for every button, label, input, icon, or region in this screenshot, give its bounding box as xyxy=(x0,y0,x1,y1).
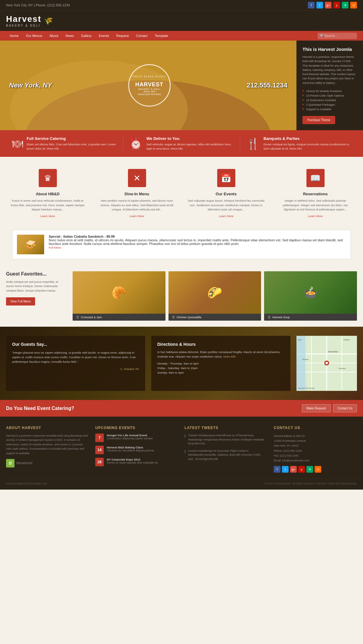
tweet-list: t Chester #Multipurpose #WordPress on #T… xyxy=(185,434,268,461)
footer-about-text: Harvest is a premium responsive template… xyxy=(6,434,89,455)
nav-links: Home Our Menus About News Gallery Events… xyxy=(6,31,172,41)
nav-home[interactable]: Home xyxy=(6,31,22,41)
about-learn-more[interactable]: Learn More xyxy=(40,214,55,218)
catering-title: Full Service Catering xyxy=(27,136,117,141)
event-desc-1: Consectetur adipiscing sapien semper xyxy=(107,437,153,440)
nav-request[interactable]: Request xyxy=(113,31,132,41)
view-full-menu-button[interactable]: View Full Menu xyxy=(6,297,35,305)
twitter-icon-2: t xyxy=(185,449,186,461)
directions-box: Directions & Hours In hac habitasse plat… xyxy=(151,336,290,391)
search-icon: 🔍 xyxy=(320,34,324,38)
cta-buttons: Make Request Contact Us xyxy=(302,404,357,412)
catering-cta: Do You Need Event Catering? Make Request… xyxy=(0,400,363,417)
event-info-2: Harvest B&D Baking Class Tincidunt ac ni… xyxy=(107,446,155,454)
reservations-title: Reservations xyxy=(277,192,354,196)
hero-since: SINCE 1995 xyxy=(143,91,155,93)
logo-name: Harvest xyxy=(6,14,41,24)
catering-icon: 🍽 xyxy=(12,137,23,150)
quesadilla-label: 🍴 Chicken Quesadilla xyxy=(168,314,261,321)
banquets-icon: 🍴 xyxy=(246,137,260,150)
footer-rss-icon[interactable]: ⊙ xyxy=(315,466,321,473)
footer-contact-title: Contact Us xyxy=(274,426,357,430)
tweet-text-1: Chester #Multipurpose #WordPress on #The… xyxy=(188,434,268,446)
dine-learn-more[interactable]: Learn More xyxy=(129,214,144,218)
directions-title: Directions & Hours xyxy=(157,342,284,347)
full-menu-link[interactable]: Full Menu xyxy=(49,246,61,249)
contact-company: Harvest Bakery & Deli Co. xyxy=(274,434,357,438)
footer-facebook-icon[interactable]: f xyxy=(274,466,280,473)
logo-bar: Harvest BAKERY & DELI 🌾 xyxy=(0,10,363,31)
make-request-button[interactable]: Make Request xyxy=(302,404,330,412)
footer-yelp-icon[interactable]: y xyxy=(298,466,305,473)
banquets-desc: Donec volutpat est ligula, congue commod… xyxy=(263,142,351,151)
hero-cakes: CAKES AND PASTRIES xyxy=(138,93,161,95)
about-icon-box: ♛ xyxy=(39,169,57,187)
testimonial-box: Our Guests Say... "Integer placerat nunc… xyxy=(6,336,145,391)
hero-overlay: New York, NY FRESH BAKED GOODS ────── HA… xyxy=(0,58,296,113)
favorites-left: Guest Favorites... Nulla volutpat est se… xyxy=(6,271,67,321)
favorites-inner: Guest Favorites... Nulla volutpat est se… xyxy=(6,271,357,321)
nav-news[interactable]: News xyxy=(62,31,78,41)
search-input[interactable] xyxy=(324,34,355,38)
events-icon: 📅 xyxy=(221,173,231,183)
themeforest-icon: tf xyxy=(6,459,15,467)
footer-google-plus-icon[interactable]: g+ xyxy=(290,466,297,473)
croissant-image: 🥐 xyxy=(73,271,165,314)
footer-grid: About Harvest Harvest is a premium respo… xyxy=(6,426,357,473)
nav-events[interactable]: Events xyxy=(95,31,113,41)
more-info-link[interactable]: More Info xyxy=(224,355,236,358)
hero-features-list: Almost 50 Module Positions 10 Preset Col… xyxy=(302,89,357,111)
dine-icon-box: ✕ xyxy=(128,169,146,187)
google-plus-icon[interactable]: g+ xyxy=(325,2,332,8)
reservations-learn-more[interactable]: Learn More xyxy=(308,214,323,218)
favorites-desc: Nulla volutpat est sed purus imperdiet, … xyxy=(6,280,67,293)
nav-about[interactable]: About xyxy=(46,31,62,41)
features-grid: ♛ About HB&D Fusce in lorem sed urna veh… xyxy=(6,169,357,218)
nav-our-menus[interactable]: Our Menus xyxy=(22,31,46,41)
contact-us-button[interactable]: Contact Us xyxy=(333,404,357,412)
facebook-icon[interactable]: f xyxy=(308,2,315,8)
nav-gallery[interactable]: Gallery xyxy=(77,31,95,41)
tweet-item-1: t Chester #Multipurpose #WordPress on #T… xyxy=(185,434,268,446)
event-item-1: 7 Hunger For Life Annual Event Consectet… xyxy=(95,434,178,442)
search-box[interactable]: 🔍 xyxy=(318,33,357,39)
hero-feature-1: Almost 50 Module Positions xyxy=(302,89,357,93)
svg-rect-8 xyxy=(296,336,306,390)
tripadvisor-icon[interactable]: ✈ xyxy=(342,2,348,8)
footer-tweets-col: Latest Tweets t Chester #Multipurpose #W… xyxy=(185,426,268,473)
hero-info-title: This is Harvest Joomla xyxy=(302,47,357,52)
quesadilla-image: 🌮 xyxy=(168,271,261,314)
special-wrapper: 🥪 Special - Italian Ciabatta Sandwich - … xyxy=(0,230,363,265)
events-learn-more[interactable]: Learn More xyxy=(219,214,234,218)
reservations-icon: 📖 xyxy=(310,173,321,183)
feature-reservations: 📖 Reservations Integer in eleifend dolor… xyxy=(274,169,357,218)
svg-text:Brooklyn: Brooklyn xyxy=(339,368,346,369)
hero-info-desc: Harvest is a premium, responsive theme b… xyxy=(302,55,357,85)
nav-contact[interactable]: Contact xyxy=(132,31,151,41)
svg-text:Map: Map xyxy=(298,339,302,341)
twitter-icon[interactable]: t xyxy=(316,2,323,8)
service-catering: 🍽 Full Service Catering Etiam vel ultric… xyxy=(6,136,123,151)
contact-address1: 11000 Amsterdam Avenue xyxy=(274,438,357,443)
logo-subtitle: BAKERY & DELI xyxy=(6,24,41,27)
footer-tripadvisor-icon[interactable]: ✈ xyxy=(306,466,313,473)
hero-logo-circle: FRESH BAKED GOODS ────── HARVEST BAKERY … xyxy=(128,64,171,107)
special-section: 🥪 Special - Italian Ciabatta Sandwich - … xyxy=(12,230,351,259)
feature-about: ♛ About HB&D Fusce in lorem sed urna veh… xyxy=(6,169,89,218)
special-label: Special - Italian Ciabatta Sandwich - $9… xyxy=(49,235,346,238)
logo[interactable]: Harvest BAKERY & DELI 🌾 xyxy=(6,14,53,27)
map-svg: Manhattan Newark Brooklyn Map Satellite … xyxy=(296,336,357,390)
nav-template[interactable]: Template xyxy=(151,31,172,41)
hero-tagline: FRESH BAKED GOODS xyxy=(132,75,166,78)
yelp-icon[interactable]: y xyxy=(333,2,340,8)
rss-icon[interactable]: ⊙ xyxy=(350,2,357,8)
footer-about-col: About Harvest Harvest is a premium respo… xyxy=(6,426,89,473)
footer: About Harvest Harvest is a premium respo… xyxy=(0,417,363,490)
event-desc-2: Tincidunt ac nisl pellent aliquet pulvin… xyxy=(107,449,155,452)
purchase-button[interactable]: Purchase Theme xyxy=(302,116,335,124)
hero-feature-5: Support is Available xyxy=(302,107,357,111)
hero-info-panel: This is Harvest Joomla Harvest is a prem… xyxy=(296,41,363,130)
event-date-1: 7 xyxy=(95,434,104,442)
svg-text:Satellite: Satellite xyxy=(343,339,350,341)
footer-twitter-icon[interactable]: t xyxy=(282,466,289,473)
